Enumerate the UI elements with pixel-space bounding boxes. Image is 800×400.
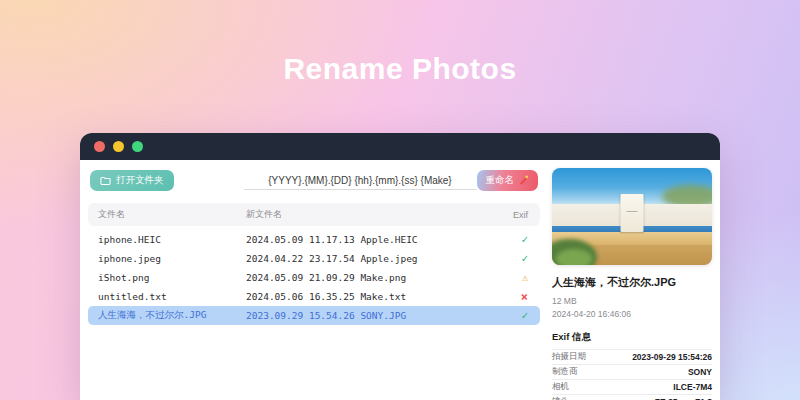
cell-filename: iphone.jpeg	[88, 253, 246, 264]
toolbar: 打开文件夹 重命名	[88, 170, 540, 191]
photo-book	[621, 194, 644, 232]
detail-file-date: 2024-04-20 16:46:06	[552, 309, 712, 319]
rename-button[interactable]: 重命名	[477, 170, 539, 191]
exif-heading: Exif 信息	[552, 331, 712, 350]
file-table: 文件名 新文件名 Exif iphone.HEIC 2024.05.09 11.…	[88, 203, 540, 325]
file-table-header: 文件名 新文件名 Exif	[88, 203, 540, 226]
photo-plant	[556, 249, 592, 265]
exif-label: 相机	[552, 381, 569, 393]
cell-filename: 人生海海，不过尔尔.JPG	[88, 309, 246, 322]
zoom-window-button[interactable]	[132, 141, 143, 152]
photo-preview	[552, 168, 712, 265]
exif-value: ILCE-7M4	[673, 382, 712, 392]
magic-wand-icon	[518, 175, 529, 186]
cell-new-filename: 2024.05.09 21.09.29 Make.png	[246, 272, 496, 283]
page-background: Rename Photos 打开文件夹	[0, 0, 800, 400]
exif-row: 镜头 FE 35mm F1.8	[552, 395, 712, 400]
exif-row: 制造商 SONY	[552, 365, 712, 380]
exif-row: 拍摄日期 2023-09-29 15:54:26	[552, 350, 712, 365]
detail-panel: 人生海海，不过尔尔.JPG 12 MB 2024-04-20 16:46:06 …	[552, 168, 712, 400]
header-filename: 文件名	[88, 208, 246, 221]
detail-filesize: 12 MB	[552, 296, 712, 306]
status-check-icon: ✓	[496, 234, 540, 245]
detail-filename: 人生海海，不过尔尔.JPG	[552, 275, 712, 290]
rename-button-label: 重命名	[486, 174, 515, 187]
cell-filename: iphone.HEIC	[88, 234, 246, 245]
status-error-icon: ×	[496, 291, 540, 303]
minimize-window-button[interactable]	[113, 141, 124, 152]
exif-label: 制造商	[552, 366, 578, 378]
page-title: Rename Photos	[0, 52, 800, 86]
status-warning-icon: ⚠	[496, 273, 540, 283]
exif-row: 相机 ILCE-7M4	[552, 380, 712, 395]
cell-new-filename: 2024.05.06 16.35.25 Make.txt	[246, 291, 496, 302]
close-window-button[interactable]	[94, 141, 105, 152]
header-exif: Exif	[496, 210, 540, 220]
cell-filename: iShot.png	[88, 272, 246, 283]
cell-new-filename: 2023.09.29 15.54.26 SONY.JPG	[246, 310, 496, 321]
folder-icon	[100, 176, 111, 186]
exif-value: 2023-09-29 15:54:26	[632, 352, 712, 362]
open-folder-button[interactable]: 打开文件夹	[90, 170, 174, 191]
exif-label: 拍摄日期	[552, 351, 586, 363]
app-window: 打开文件夹 重命名	[80, 133, 720, 400]
table-row[interactable]: untitled.txt 2024.05.06 16.35.25 Make.tx…	[88, 287, 540, 306]
exif-value: SONY	[688, 367, 712, 377]
table-row[interactable]: iShot.png 2024.05.09 21.09.29 Make.png ⚠	[88, 268, 540, 287]
exif-label: 镜头	[552, 396, 569, 400]
window-titlebar	[80, 133, 720, 160]
file-rows: iphone.HEIC 2024.05.09 11.17.13 Apple.HE…	[88, 230, 540, 325]
cell-filename: untitled.txt	[88, 291, 246, 302]
open-folder-label: 打开文件夹	[116, 174, 164, 187]
table-row[interactable]: iphone.HEIC 2024.05.09 11.17.13 Apple.HE…	[88, 230, 540, 249]
file-list-zone: 打开文件夹 重命名	[88, 170, 540, 325]
cell-new-filename: 2024.05.09 11.17.13 Apple.HEIC	[246, 234, 496, 245]
window-body: 打开文件夹 重命名	[80, 160, 720, 400]
table-row[interactable]: iphone.jpeg 2024.04.22 23.17.54 Apple.jp…	[88, 249, 540, 268]
status-check-icon: ✓	[496, 253, 540, 264]
cell-new-filename: 2024.04.22 23.17.54 Apple.jpeg	[246, 253, 496, 264]
rename-pattern-input[interactable]	[244, 171, 477, 190]
header-new-filename: 新文件名	[246, 208, 496, 221]
status-check-icon: ✓	[496, 310, 540, 321]
table-row-selected[interactable]: 人生海海，不过尔尔.JPG 2023.09.29 15.54.26 SONY.J…	[88, 306, 540, 325]
